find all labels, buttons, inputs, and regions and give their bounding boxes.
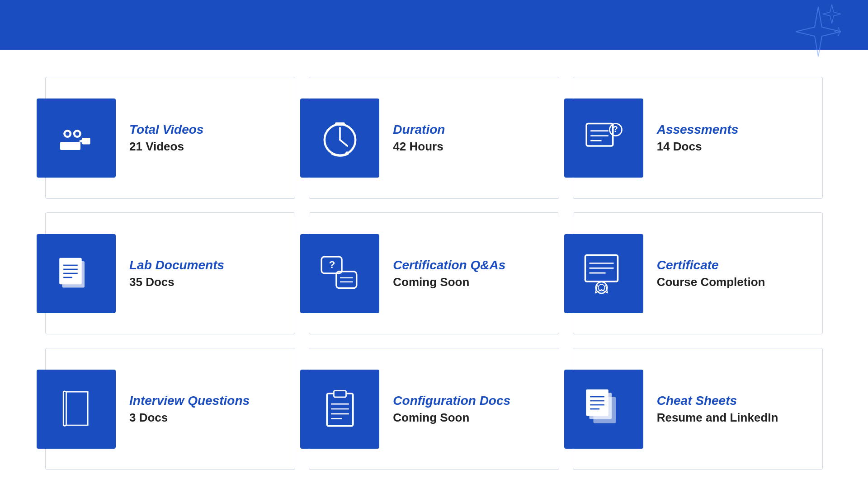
svg-text:?: ? xyxy=(329,258,335,270)
assessments-icon: ? xyxy=(564,99,643,178)
cheat-sheets-text: Cheat SheetsResume and LinkedIn xyxy=(643,394,778,425)
card-interview-questions: Interview Questions3 Docs xyxy=(45,348,295,470)
duration-text: Duration42 Hours xyxy=(379,122,445,154)
certification-qas-icon: ? xyxy=(300,234,379,313)
total-videos-label: Total Videos xyxy=(129,122,203,137)
interview-questions-icon xyxy=(37,370,116,449)
card-certification-qas: ? Certification Q&AsComing Soon xyxy=(309,212,559,334)
svg-rect-5 xyxy=(82,138,90,144)
page-header xyxy=(0,0,868,50)
configuration-docs-label: Configuration Docs xyxy=(393,394,510,408)
total-videos-icon xyxy=(37,99,116,178)
svg-rect-32 xyxy=(327,394,353,426)
configuration-docs-text: Configuration DocsComing Soon xyxy=(379,394,510,425)
certification-qas-text: Certification Q&AsComing Soon xyxy=(379,258,505,289)
certificate-icon xyxy=(564,234,643,313)
interview-questions-label: Interview Questions xyxy=(129,394,250,408)
total-videos-value: 21 Videos xyxy=(129,140,203,154)
svg-text:?: ? xyxy=(613,125,618,134)
certificate-value: Course Completion xyxy=(657,275,765,289)
configuration-docs-value: Coming Soon xyxy=(393,411,510,425)
svg-rect-4 xyxy=(60,142,80,150)
certificate-text: CertificateCourse Completion xyxy=(643,258,765,289)
lab-documents-icon xyxy=(37,234,116,313)
card-total-videos: Total Videos21 Videos xyxy=(45,77,295,199)
svg-rect-16 xyxy=(59,258,82,285)
svg-rect-9 xyxy=(586,124,613,146)
svg-rect-40 xyxy=(586,389,609,416)
svg-rect-33 xyxy=(334,391,346,397)
card-certificate: CertificateCourse Completion xyxy=(573,212,823,334)
cheat-sheets-label: Cheat Sheets xyxy=(657,394,778,408)
cheat-sheets-icon xyxy=(564,370,643,449)
card-configuration-docs: Configuration DocsComing Soon xyxy=(309,348,559,470)
duration-label: Duration xyxy=(393,122,445,137)
certificate-label: Certificate xyxy=(657,258,765,272)
card-cheat-sheets: Cheat SheetsResume and LinkedIn xyxy=(573,348,823,470)
svg-point-1 xyxy=(65,132,69,136)
cheat-sheets-value: Resume and LinkedIn xyxy=(657,411,778,425)
interview-questions-value: 3 Docs xyxy=(129,411,250,425)
assessments-value: 14 Docs xyxy=(657,140,739,154)
lab-documents-value: 35 Docs xyxy=(129,275,224,289)
cards-grid: Total Videos21 Videos Duration42 Hours ?… xyxy=(0,50,868,488)
duration-value: 42 Hours xyxy=(393,140,445,154)
assessments-label: Assessments xyxy=(657,122,739,137)
total-videos-text: Total Videos21 Videos xyxy=(116,122,203,154)
lab-documents-label: Lab Documents xyxy=(129,258,224,272)
certification-qas-value: Coming Soon xyxy=(393,275,505,289)
card-duration: Duration42 Hours xyxy=(309,77,559,199)
card-assessments: ? Assessments14 Docs xyxy=(573,77,823,199)
svg-point-3 xyxy=(75,132,79,136)
interview-questions-text: Interview Questions3 Docs xyxy=(116,394,250,425)
star-decoration-icon xyxy=(769,2,841,67)
certification-qas-label: Certification Q&As xyxy=(393,258,505,272)
configuration-docs-icon xyxy=(300,370,379,449)
assessments-text: Assessments14 Docs xyxy=(643,122,739,154)
card-lab-documents: Lab Documents35 Docs xyxy=(45,212,295,334)
svg-rect-8 xyxy=(335,122,345,126)
lab-documents-text: Lab Documents35 Docs xyxy=(116,258,224,289)
duration-icon xyxy=(300,99,379,178)
